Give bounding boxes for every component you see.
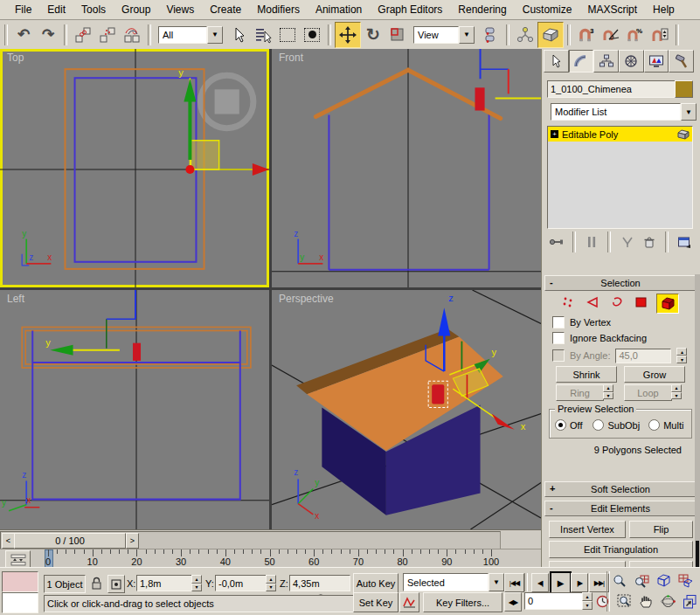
menu-rendering[interactable]: Rendering <box>450 2 514 18</box>
viewport-perspective-label[interactable]: Perspective <box>279 293 334 305</box>
menu-edit[interactable]: Edit <box>39 2 73 18</box>
preview-off-radio[interactable] <box>555 419 566 431</box>
select-by-name-button[interactable] <box>251 23 275 47</box>
menu-maxscript[interactable]: MAXScript <box>579 2 645 18</box>
select-and-link-button[interactable] <box>71 23 95 47</box>
y-coordinate-field[interactable]: -0,0m <box>215 575 272 591</box>
selection-lock-toggle[interactable] <box>88 575 104 591</box>
scrollbar-thumb[interactable] <box>696 541 699 568</box>
command-panel-scrollbar[interactable] <box>695 274 700 568</box>
angle-snap-button[interactable] <box>599 23 623 47</box>
previous-frame-button[interactable]: ◀| <box>531 573 549 592</box>
maxscript-mini-listener-white[interactable] <box>2 592 38 613</box>
previous-frame-arrow-button[interactable]: < <box>2 533 15 549</box>
key-mode-dropdown[interactable]: Selected ▼ <box>403 573 504 591</box>
menu-views[interactable]: Views <box>158 2 202 18</box>
x-coordinate-field[interactable]: 1,8m <box>136 575 198 591</box>
default-tangent-button[interactable] <box>399 592 419 612</box>
menu-help[interactable]: Help <box>645 2 683 18</box>
current-frame-spinner[interactable]: ▴▾ <box>582 592 593 610</box>
loop-button[interactable]: Loop <box>624 384 672 401</box>
auto-key-button[interactable]: Auto Key <box>353 573 399 593</box>
object-name-field[interactable]: 1_0100_Chimenea <box>547 80 676 98</box>
edge-mode-button[interactable] <box>583 294 602 310</box>
by-angle-field[interactable]: 45,0 <box>615 349 671 363</box>
viewport-front-label[interactable]: Front <box>279 52 303 64</box>
flip-button[interactable]: Flip <box>629 521 693 538</box>
move-gizmo-left[interactable]: y <box>45 290 135 356</box>
set-key-button[interactable]: Set Key <box>353 592 399 612</box>
selection-filter-dropdown[interactable]: All ▼ <box>158 26 223 44</box>
selection-rollout-header[interactable]: - Selection <box>544 275 697 291</box>
by-vertex-checkbox[interactable] <box>552 316 565 328</box>
house-shaded[interactable] <box>296 328 503 515</box>
dropdown-arrow-icon[interactable]: ▼ <box>459 26 475 44</box>
keyboard-override-button[interactable] <box>537 22 564 48</box>
preview-multi-radio[interactable] <box>648 419 660 431</box>
modifier-list-dropdown[interactable]: Modifier List ▼ <box>551 103 697 121</box>
stack-expand-icon[interactable]: + <box>551 130 558 138</box>
bind-to-spacewarp-button[interactable] <box>120 23 144 47</box>
next-frame-arrow-button[interactable]: > <box>126 533 139 549</box>
configure-modifier-sets-button[interactable] <box>675 233 694 251</box>
menu-create[interactable]: Create <box>202 2 249 18</box>
shrink-button[interactable]: Shrink <box>556 366 617 383</box>
current-frame-field[interactable]: 0 <box>524 592 587 610</box>
vertex-mode-button[interactable] <box>558 294 578 310</box>
ring-spinner[interactable]: ▴▾ <box>603 384 613 399</box>
select-and-scale-button[interactable] <box>385 23 410 47</box>
tab-create[interactable] <box>544 50 569 73</box>
menu-group[interactable]: Group <box>114 2 158 18</box>
edit-elements-rollout-header[interactable]: - Edit Elements <box>544 501 697 516</box>
ignore-backfacing-checkbox[interactable] <box>552 332 565 344</box>
reference-coordinate-dropdown[interactable]: View ▼ <box>413 26 475 44</box>
viewport-top[interactable]: y y x z Top <box>0 49 269 287</box>
viewport-left-label[interactable]: Left <box>7 293 24 305</box>
select-and-move-button[interactable] <box>335 22 361 48</box>
spinner-snap-button[interactable] <box>648 23 672 47</box>
next-frame-button[interactable]: |▶ <box>571 573 588 592</box>
show-end-result-button[interactable] <box>582 233 601 251</box>
unlink-selection-button[interactable] <box>95 23 120 47</box>
use-pivot-center-button[interactable] <box>478 23 502 47</box>
menu-animation[interactable]: Animation <box>308 2 370 18</box>
absolute-offset-mode-toggle[interactable] <box>107 575 125 593</box>
trackbar-ruler[interactable]: 0102030405060708090100 <box>0 549 541 568</box>
menu-file[interactable]: File <box>7 2 39 18</box>
snap-toggle-button[interactable]: 3 <box>574 23 599 47</box>
zoom-extents-all-button[interactable] <box>676 571 694 590</box>
tab-motion[interactable] <box>619 50 644 73</box>
arc-rotate-button[interactable] <box>659 592 676 611</box>
window-crossing-button[interactable] <box>300 23 324 47</box>
zoom-all-button[interactable] <box>633 571 650 590</box>
menu-graph-editors[interactable]: Graph Editors <box>370 2 450 18</box>
border-mode-button[interactable] <box>607 294 627 310</box>
tab-modify[interactable] <box>569 50 594 73</box>
time-slider-handle[interactable]: 0 / 100 <box>14 533 126 549</box>
maximize-viewport-toggle-button[interactable] <box>681 592 698 611</box>
loop-spinner[interactable]: ▴▾ <box>671 384 682 399</box>
tab-display[interactable] <box>644 50 669 73</box>
zoom-extents-button[interactable] <box>655 571 672 590</box>
by-angle-spinner[interactable]: ▴▾ <box>676 348 687 363</box>
remove-modifier-button[interactable] <box>640 233 659 251</box>
x-coordinate-spinner[interactable]: ▴▾ <box>191 575 202 591</box>
pin-stack-button[interactable] <box>547 233 566 251</box>
polygon-mode-button[interactable] <box>632 294 651 310</box>
rectangular-selection-button[interactable] <box>275 23 300 47</box>
zoom-button[interactable] <box>611 571 628 590</box>
pan-view-button[interactable] <box>637 592 655 611</box>
viewport-front[interactable]: z x y Front <box>272 49 541 287</box>
tab-hierarchy[interactable] <box>593 50 619 73</box>
viewport-perspective[interactable]: z y x z y x Perspective <box>272 290 541 529</box>
menu-modifiers[interactable]: Modifiers <box>249 2 308 18</box>
y-coordinate-spinner[interactable]: ▴▾ <box>266 575 276 591</box>
maxscript-mini-listener-pink[interactable] <box>2 571 38 592</box>
modifier-stack[interactable]: + Editable Poly <box>547 126 693 229</box>
key-filters-button[interactable]: Key Filters... <box>423 592 502 612</box>
select-and-rotate-button[interactable]: ↻ <box>361 23 385 47</box>
menu-customize[interactable]: Customize <box>515 2 580 18</box>
move-gizmo-top[interactable]: y <box>178 67 269 176</box>
ring-button[interactable]: Ring <box>556 384 604 401</box>
viewport-top-label[interactable]: Top <box>7 52 24 64</box>
